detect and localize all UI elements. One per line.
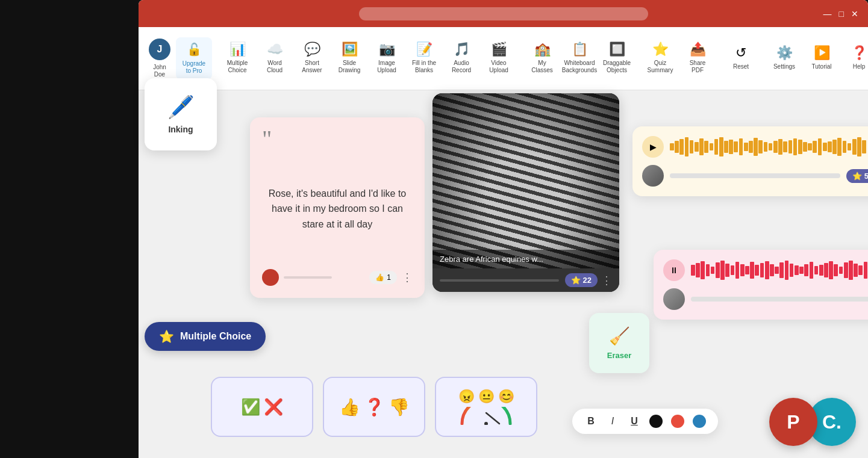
toolbar-share-pdf[interactable]: 📤 SharePDF bbox=[679, 38, 716, 79]
color-red[interactable] bbox=[671, 415, 684, 428]
multiple-choice-button[interactable]: ⭐ Multiple Choice bbox=[145, 322, 266, 351]
minimize-button[interactable]: — bbox=[823, 9, 832, 19]
gauge-card[interactable]: 😠 😐 😊 bbox=[435, 377, 537, 437]
inking-label: Inking bbox=[168, 125, 193, 134]
maximize-button[interactable]: □ bbox=[839, 9, 844, 19]
window-controls: — □ ✕ bbox=[823, 9, 858, 19]
toolbar-tutorial[interactable]: ▶️ Tutorial bbox=[804, 42, 840, 75]
video-upload-icon: 🎬 bbox=[491, 43, 507, 56]
angry-emoji: 😠 bbox=[458, 389, 475, 404]
text-format-toolbar: B I U bbox=[572, 409, 718, 434]
toolbar-help[interactable]: ❓ Help bbox=[841, 42, 868, 75]
reset-icon: ↺ bbox=[735, 46, 746, 60]
audio-bottom-user-avatar bbox=[663, 288, 685, 310]
close-button[interactable]: ✕ bbox=[851, 9, 858, 19]
thumbs-up-icon: 👍 bbox=[375, 273, 384, 282]
image-upload-label: ImageUpload bbox=[377, 60, 396, 74]
video-upload-label: VideoUpload bbox=[489, 60, 508, 74]
quiz-summary-icon: ⭐ bbox=[652, 43, 669, 56]
toolbar-word-cloud[interactable]: ☁️ WordCloud bbox=[257, 38, 293, 79]
inking-icon: 🖊️ bbox=[167, 94, 195, 120]
title-bar-search-bar bbox=[359, 7, 648, 20]
audio-bottom-user-bar bbox=[691, 297, 868, 302]
more-options-button[interactable]: ⋮ bbox=[402, 271, 413, 284]
toolbar-my-classes[interactable]: 🏫 MyClasses bbox=[524, 38, 560, 79]
quiz-summary-label: QuizSummary bbox=[648, 60, 673, 74]
title-bar: — □ ✕ bbox=[139, 0, 868, 27]
toolbar-slide-drawing[interactable]: 🖼️ SlideDrawing bbox=[331, 38, 367, 79]
audio-record-icon: 🎵 bbox=[454, 43, 470, 56]
settings-icon: ⚙️ bbox=[776, 46, 793, 60]
eraser-card[interactable]: 🧹 Eraser bbox=[589, 313, 649, 373]
toolbar-short-answer[interactable]: 💬 ShortAnswer bbox=[294, 38, 330, 79]
underline-button[interactable]: U bbox=[628, 416, 641, 427]
draggable-icon: 🔲 bbox=[609, 43, 625, 56]
share-pdf-label: SharePDF bbox=[690, 60, 706, 74]
toolbar-user[interactable]: J John Doe bbox=[145, 34, 175, 83]
gauge-icons: 😠 😐 😊 bbox=[456, 389, 516, 425]
color-blue[interactable] bbox=[693, 415, 706, 428]
powerpoint-icon[interactable]: P bbox=[769, 398, 817, 446]
mc-label: Multiple Choice bbox=[180, 331, 251, 342]
toolbar-image-upload[interactable]: 📷 ImageUpload bbox=[369, 38, 405, 79]
user-avatar: J bbox=[149, 39, 170, 60]
toolbar: J John Doe 🔓 Upgrade to Pro 📊 MultipleCh… bbox=[139, 27, 868, 90]
toolbar-fill-blanks[interactable]: 📝 Fill in theBlanks bbox=[406, 38, 442, 79]
quote-card-footer: 👍 1 ⋮ bbox=[262, 269, 413, 286]
audio-waveform-bottom: ⏸ 02:21 bbox=[663, 259, 868, 281]
zebra-caption: Zebra are African equines w... bbox=[432, 250, 619, 268]
reset-label: Reset bbox=[733, 63, 749, 70]
multiple-choice-label: MultipleChoice bbox=[227, 60, 248, 74]
inking-card[interactable]: 🖊️ Inking bbox=[145, 78, 217, 150]
quote-card: " Rose, it's beautiful and I'd like to h… bbox=[250, 117, 425, 298]
zebra-more-button[interactable]: ⋮ bbox=[601, 274, 612, 287]
short-answer-icon: 💬 bbox=[304, 43, 320, 56]
checkmark-icon: ✅ bbox=[241, 398, 260, 416]
toolbar-quiz-summary[interactable]: ⭐ QuizSummary bbox=[642, 38, 678, 79]
audio-record-label: AudioRecord bbox=[452, 60, 471, 74]
zebra-card: Zebra are African equines w... ⭐ 22 ⋮ bbox=[432, 93, 619, 292]
gauge-emoji-row: 😠 😐 😊 bbox=[458, 389, 514, 404]
bold-button[interactable]: B bbox=[584, 416, 598, 427]
pause-button[interactable]: ⏸ bbox=[663, 259, 685, 281]
quote-user-bar bbox=[284, 276, 332, 279]
toolbar-multiple-choice[interactable]: 📊 MultipleChoice bbox=[219, 38, 255, 79]
my-classes-label: MyClasses bbox=[531, 60, 553, 74]
upgrade-label: Upgrade to Pro bbox=[183, 60, 205, 75]
toolbar-reset[interactable]: ↺ Reset bbox=[723, 42, 759, 75]
zebra-image: Zebra are African equines w... bbox=[432, 93, 619, 268]
thumbs-icons: 👍 ❓ 👎 bbox=[339, 397, 410, 417]
toolbar-audio-record[interactable]: 🎵 AudioRecord bbox=[443, 38, 479, 79]
svg-line-0 bbox=[486, 413, 499, 424]
image-upload-icon: 📷 bbox=[379, 43, 395, 56]
settings-label: Settings bbox=[773, 63, 795, 70]
audio-top-user-avatar bbox=[642, 165, 664, 187]
neutral-emoji: 😐 bbox=[478, 389, 495, 404]
zebra-card-footer: ⭐ 22 ⋮ bbox=[432, 268, 619, 292]
toolbar-video-upload[interactable]: 🎬 VideoUpload bbox=[481, 38, 517, 79]
like-button[interactable]: 👍 1 bbox=[369, 271, 397, 284]
correct-wrong-card[interactable]: ✅ ❌ bbox=[211, 377, 313, 437]
toolbar-whiteboard[interactable]: 📋 WhiteboardBackgrounds bbox=[561, 38, 598, 79]
mc-star-icon: ⭐ bbox=[159, 329, 174, 344]
thumbs-card[interactable]: 👍 ❓ 👎 bbox=[323, 377, 425, 437]
audio-bottom-user-row: ⋮ bbox=[663, 288, 868, 310]
toolbar-draggable[interactable]: 🔲 DraggableObjects bbox=[599, 38, 635, 79]
draggable-label: DraggableObjects bbox=[603, 60, 631, 74]
zebra-stripes-layer bbox=[432, 93, 619, 268]
help-icon: ❓ bbox=[851, 46, 867, 60]
italic-button[interactable]: I bbox=[606, 416, 619, 427]
waveform-top bbox=[670, 137, 866, 156]
quote-text: Rose, it's beautiful and I'd like to hav… bbox=[262, 155, 413, 263]
svg-point-1 bbox=[484, 422, 488, 425]
audio-top-star-badge: ⭐ 5 bbox=[846, 169, 868, 183]
color-black[interactable] bbox=[649, 415, 663, 428]
slide-drawing-icon: 🖼️ bbox=[342, 43, 358, 56]
app-icons: P C. bbox=[769, 398, 856, 446]
tutorial-icon: ▶️ bbox=[814, 46, 830, 60]
tutorial-label: Tutorial bbox=[812, 63, 832, 70]
toolbar-settings[interactable]: ⚙️ Settings bbox=[766, 42, 802, 75]
audio-top-stars: 5 bbox=[864, 172, 868, 181]
upgrade-button[interactable]: 🔓 Upgrade to Pro bbox=[176, 37, 212, 79]
play-button[interactable]: ▶ bbox=[642, 136, 664, 158]
